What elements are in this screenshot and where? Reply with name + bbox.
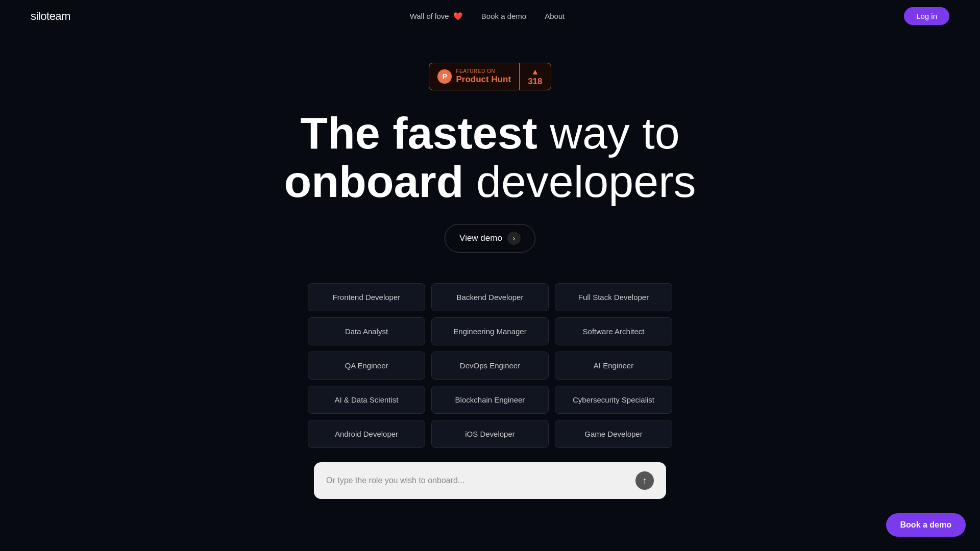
navbar: siloteam Wall of love ❤️ Book a demo Abo…	[0, 0, 980, 32]
role-button-devops-engineer[interactable]: DevOps Engineer	[431, 352, 549, 380]
nav-item-about[interactable]: About	[545, 12, 565, 21]
role-button-game-developer[interactable]: Game Developer	[555, 420, 672, 448]
nav-links: Wall of love ❤️ Book a demo About	[410, 12, 565, 21]
logo[interactable]: siloteam	[31, 10, 70, 23]
submit-arrow-icon: ↑	[643, 475, 647, 486]
title-developers: developers	[476, 156, 696, 207]
floating-book-demo-button[interactable]: Book a demo	[886, 513, 966, 537]
logo-light: team	[46, 10, 70, 22]
role-button-android-developer[interactable]: Android Developer	[308, 420, 425, 448]
view-demo-button[interactable]: View demo ›	[445, 224, 535, 253]
nav-item-wall-of-love[interactable]: Wall of love ❤️	[410, 12, 463, 21]
heart-icon: ❤️	[453, 12, 463, 20]
logo-bold: silo	[31, 10, 46, 22]
view-demo-label: View demo	[459, 233, 502, 243]
role-button-frontend-developer[interactable]: Frontend Developer	[308, 283, 425, 311]
product-hunt-badge[interactable]: P FEATURED ON Product Hunt ▲ 318	[429, 63, 551, 90]
role-button-ai-data-scientist[interactable]: AI & Data Scientist	[308, 386, 425, 414]
ph-name: Product Hunt	[456, 74, 511, 85]
wall-of-love-link[interactable]: Wall of love ❤️	[410, 12, 463, 20]
role-button-blockchain-engineer[interactable]: Blockchain Engineer	[431, 386, 549, 414]
role-button-backend-developer[interactable]: Backend Developer	[431, 283, 549, 311]
hero-title: The fastest way to onboard developers	[284, 109, 696, 206]
role-button-cybersecurity-specialist[interactable]: Cybersecurity Specialist	[555, 386, 672, 414]
ph-logo: P	[437, 69, 452, 84]
title-way-to: way to	[550, 108, 679, 158]
role-button-full-stack-developer[interactable]: Full Stack Developer	[555, 283, 672, 311]
title-fastest: The fastest	[300, 108, 537, 158]
role-button-data-analyst[interactable]: Data Analyst	[308, 317, 425, 345]
custom-role-input[interactable]	[326, 476, 635, 485]
role-button-qa-engineer[interactable]: QA Engineer	[308, 352, 425, 380]
ph-featured-on: FEATURED ON	[456, 68, 511, 74]
role-grid: Frontend DeveloperBackend DeveloperFull …	[308, 283, 672, 448]
login-button[interactable]: Log in	[904, 7, 949, 25]
about-link[interactable]: About	[545, 12, 565, 20]
custom-role-container: ↑	[314, 462, 666, 499]
hero-section: P FEATURED ON Product Hunt ▲ 318 The fas…	[0, 32, 980, 524]
title-onboard: onboard	[284, 156, 464, 207]
submit-role-button[interactable]: ↑	[635, 471, 654, 490]
arrow-right-icon: ›	[507, 232, 521, 245]
role-button-ai-engineer[interactable]: AI Engineer	[555, 352, 672, 380]
ph-arrow-icon: ▲	[531, 68, 539, 76]
role-button-engineering-manager[interactable]: Engineering Manager	[431, 317, 549, 345]
role-button-ios-developer[interactable]: iOS Developer	[431, 420, 549, 448]
ph-left: P FEATURED ON Product Hunt	[429, 63, 520, 90]
ph-text-block: FEATURED ON Product Hunt	[456, 68, 511, 85]
ph-right: ▲ 318	[520, 64, 550, 90]
book-demo-link[interactable]: Book a demo	[481, 12, 526, 20]
nav-item-book-demo[interactable]: Book a demo	[481, 12, 526, 21]
ph-count: 318	[528, 77, 542, 86]
role-button-software-architect[interactable]: Software Architect	[555, 317, 672, 345]
